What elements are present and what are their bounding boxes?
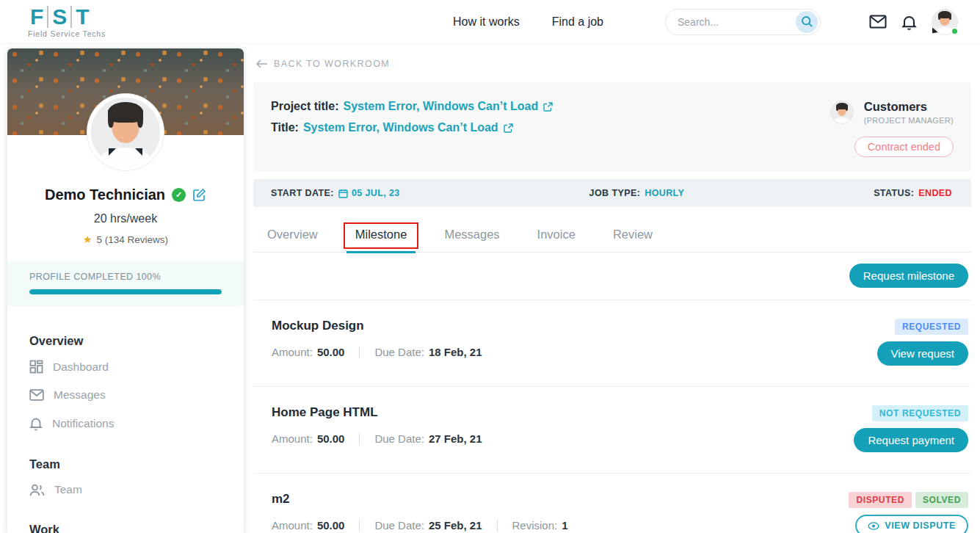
project-title-label: Project title: [271,100,338,113]
tab-messages[interactable]: Messages [443,220,501,252]
milestone-row-home-page-html: Home Page HTML Amount: 50.00 Due Date: 2… [253,386,971,473]
milestone-details: Amount: 50.00 Due Date: 27 Feb, 21 [272,432,854,445]
amount-value: 50.00 [317,432,345,445]
due-date-label: Due Date: [374,519,424,532]
sidebar-item-label: Dashboard [53,360,109,374]
profile-progress-bar [29,289,222,294]
request-milestone-button[interactable]: Request milestone [849,264,968,288]
edit-profile-icon[interactable] [192,188,206,202]
notifications-bell-icon[interactable] [901,14,917,30]
workroom-tabs: Overview Milestone Messages Invoice Revi… [253,219,971,253]
bell-icon [29,416,43,431]
sidebar-item-notifications[interactable]: Notifications [29,409,222,438]
sidebar-nav: Overview Dashboard Messages [7,306,244,533]
due-date-field: Due Date: 25 Feb, 21 [374,519,482,532]
search-box[interactable] [665,9,821,35]
amount-field: Amount: 50.00 [272,346,344,358]
job-type-segment: JOB TYPE: HOURLY [589,188,685,198]
status-segment: STATUS: ENDED [874,188,952,198]
revision-value: 1 [562,519,567,532]
nav-how-it-works[interactable]: How it works [453,15,520,29]
title-label: Title: [271,121,299,134]
manager-texts: Customers (PROJECT MANAGER) [864,100,954,125]
milestone-actions: NOT REQUESTED Request payment [854,405,968,452]
messages-icon[interactable] [869,15,887,29]
sidebar-item-label: Messages [54,388,106,402]
view-request-button[interactable]: View request [877,341,968,366]
workroom-main: BACK TO WORKROOM Project title: System E… [253,48,971,533]
milestone-info: m2 Amount: 50.00 Due Date: 25 Feb, 21 Re… [272,492,849,533]
search-submit-button[interactable] [796,11,818,33]
amount-label: Amount: [272,432,313,445]
status-badge-disputed: DISPUTED [849,492,911,508]
revision-field: Revision: 1 [512,519,568,532]
milestone-actions: REQUESTED View request [877,319,968,366]
title-link[interactable]: System Error, Windows Can’t Load [303,121,513,134]
amount-field: Amount: 50.00 [272,432,344,445]
divider [359,433,360,445]
due-date-value: 27 Feb, 21 [429,432,482,445]
header-nav: How it works Find a job [453,9,958,35]
fst-logo-letters: F S T [26,6,106,28]
amount-field: Amount: 50.00 [272,519,344,532]
tab-invoice[interactable]: Invoice [536,220,577,252]
rating-row: ★ 5 (134 Reviews) [7,233,244,245]
logo-letter-s: S [47,6,70,28]
back-arrow-icon [256,59,268,68]
fst-logo[interactable]: F S T Field Service Techs [26,6,106,38]
status-badge-not-requested: NOT REQUESTED [872,405,968,421]
tab-milestone[interactable]: Milestone [354,220,409,252]
tab-overview[interactable]: Overview [266,220,319,252]
manager-avatar[interactable] [830,101,854,124]
rating-text: 5 (134 Reviews) [97,234,169,245]
start-date-label: START DATE: [271,188,334,198]
manager-role: (PROJECT MANAGER) [864,116,954,125]
status-label: STATUS: [874,188,914,198]
request-milestone-row: Request milestone [253,253,971,300]
profile-completed-block: PROFILE COMPLETED 100% [7,261,244,306]
view-dispute-label: VIEW DISPUTE [885,521,956,531]
section-title-overview: Overview [29,334,222,348]
badge-row: NOT REQUESTED [872,405,968,421]
manager-row: Customers (PROJECT MANAGER) [830,100,954,125]
job-type-value: HOURLY [645,188,684,198]
milestone-row-m2: m2 Amount: 50.00 Due Date: 25 Feb, 21 Re… [253,473,971,533]
sidebar-item-team[interactable]: Team [29,476,222,504]
due-date-label: Due Date: [374,432,424,445]
milestone-title: m2 [272,492,849,507]
active-tab-underline [346,251,416,253]
badge-row: DISPUTED SOLVED [849,492,968,508]
title-line: Title: System Error, Windows Can’t Load [271,121,830,134]
due-date-value: 18 Feb, 21 [429,346,482,358]
team-people-icon [29,484,45,496]
project-titles: Project title: System Error, Windows Can… [271,100,830,157]
sidebar-item-dashboard[interactable]: Dashboard [29,352,222,381]
profile-completed-label: PROFILE COMPLETED 100% [29,272,222,282]
header-icon-group [869,9,958,35]
milestone-info: Home Page HTML Amount: 50.00 Due Date: 2… [272,405,854,452]
contract-ended-pill[interactable]: Contract ended [854,137,954,157]
profile-progress-fill [29,289,222,294]
milestone-details: Amount: 50.00 Due Date: 25 Feb, 21 Revis… [272,519,849,532]
logo-letter-t: T [70,6,92,28]
revision-label: Revision: [512,519,558,532]
tab-review[interactable]: Review [611,220,654,252]
manager-name[interactable]: Customers [864,100,954,114]
back-to-workroom-link[interactable]: BACK TO WORKROOM [253,48,971,78]
title-text: System Error, Windows Can’t Load [303,121,498,134]
nav-find-a-job[interactable]: Find a job [552,15,603,29]
search-input[interactable] [678,16,796,28]
view-dispute-button[interactable]: VIEW DISPUTE [855,515,968,533]
divider [359,520,360,532]
project-title-line: Project title: System Error, Windows Can… [271,100,830,113]
back-link-label: BACK TO WORKROOM [274,59,390,69]
milestone-actions: DISPUTED SOLVED VIEW DISPUTE [849,492,968,533]
request-payment-button[interactable]: Request payment [854,428,968,452]
profile-avatar[interactable] [87,94,164,170]
sidebar-item-messages[interactable]: Messages [29,381,222,409]
external-link-icon [543,102,553,112]
project-title-link[interactable]: System Error, Windows Can’t Load [343,100,553,113]
user-avatar-menu[interactable] [932,9,958,35]
project-manager-block: Customers (PROJECT MANAGER) Contract end… [830,100,954,157]
verified-badge-icon: ✓ [172,188,186,202]
